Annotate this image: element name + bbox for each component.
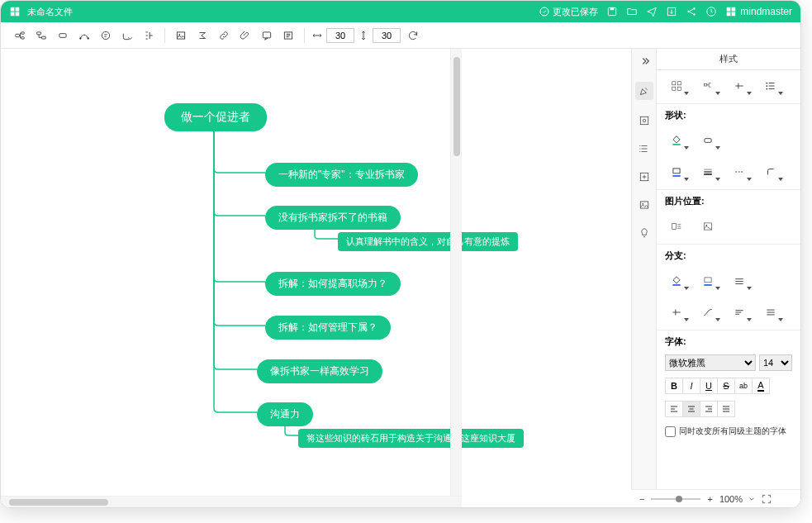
font-size-select[interactable]: 14 xyxy=(759,354,792,371)
svg-point-16 xyxy=(102,31,109,39)
connector-style-button[interactable] xyxy=(728,77,751,95)
callout-button[interactable] xyxy=(97,26,115,45)
svg-point-15 xyxy=(88,37,89,39)
zoom-out-button[interactable]: − xyxy=(639,494,644,504)
mindmap-subnode[interactable]: 将这些知识的砖石用于构造关于沟通力这座知识大厦 xyxy=(298,429,524,448)
branch-align-button[interactable] xyxy=(759,303,782,321)
mindmap-node[interactable]: 像拆书家一样高效学习 xyxy=(257,359,382,383)
mindmap-subnode[interactable]: 认真理解书中的含义，对自己有意的提炼 xyxy=(338,232,518,251)
underline-button[interactable]: U xyxy=(700,378,718,394)
chevron-down-icon[interactable] xyxy=(749,497,754,502)
image-left-button[interactable] xyxy=(665,217,688,235)
brand-icon xyxy=(725,6,737,17)
history-icon[interactable] xyxy=(705,6,717,17)
clipart-tab-icon[interactable] xyxy=(637,197,652,212)
app-logo-icon xyxy=(9,6,21,17)
relationship-button[interactable] xyxy=(75,26,93,45)
font-color-button[interactable]: A xyxy=(752,378,770,394)
floating-topic-button[interactable] xyxy=(54,26,72,45)
style-tab-icon[interactable] xyxy=(635,82,653,100)
mindmap-node[interactable]: 拆解：如何提高职场力？ xyxy=(265,272,401,296)
numbering-button[interactable] xyxy=(759,77,782,95)
share-icon[interactable] xyxy=(686,6,697,17)
folder-icon[interactable] xyxy=(626,6,638,17)
zoom-in-button[interactable]: + xyxy=(707,494,712,504)
link-button[interactable] xyxy=(215,26,233,45)
mindmap-root[interactable]: 做一个促进者 xyxy=(164,103,267,131)
refresh-button[interactable] xyxy=(404,26,422,45)
branch-color-button[interactable] xyxy=(665,272,688,290)
style-panel: 样式 形状: 图片位置: xyxy=(656,49,800,507)
summary-button[interactable] xyxy=(140,26,158,45)
sync-font-checkbox[interactable] xyxy=(665,426,676,437)
node-text: 一种新的"专家"：专业拆书家 xyxy=(278,169,405,180)
node-text: 认真理解书中的含义，对自己有意的提炼 xyxy=(346,236,510,246)
branch-style-button[interactable] xyxy=(696,272,719,290)
fullscreen-icon[interactable] xyxy=(761,493,772,505)
svg-rect-41 xyxy=(672,224,677,230)
font-section-label: 字体: xyxy=(657,332,800,351)
bold-button[interactable]: B xyxy=(665,378,683,394)
svg-rect-40 xyxy=(672,175,680,177)
branch-curve-button[interactable] xyxy=(696,303,719,321)
layout-tab-icon[interactable] xyxy=(637,113,652,128)
mindmap-node[interactable]: 拆解：如何管理下属？ xyxy=(265,316,391,340)
boundary-button[interactable] xyxy=(118,26,136,45)
attachment-button[interactable] xyxy=(236,26,254,45)
shape-type-button[interactable] xyxy=(696,131,719,150)
svg-rect-37 xyxy=(672,144,680,145)
canvas[interactable]: 做一个促进者 一种新的"专家"：专业拆书家 没有拆书家拆不了的书籍 认真理解书中… xyxy=(1,49,631,507)
layout-style-button[interactable] xyxy=(665,77,688,95)
align-justify-button[interactable] xyxy=(717,401,735,417)
align-right-button[interactable] xyxy=(700,401,718,417)
height-input[interactable] xyxy=(373,28,401,43)
branch-width-button[interactable] xyxy=(728,272,751,290)
collapse-panel-icon[interactable] xyxy=(637,54,652,69)
svg-point-24 xyxy=(639,148,640,149)
font-smaller-button[interactable]: ab xyxy=(734,378,753,394)
document-title: 未命名文件 xyxy=(27,6,539,18)
align-left-button[interactable] xyxy=(665,401,683,417)
topic-button[interactable] xyxy=(11,26,29,45)
node-text: 像拆书家一样高效学习 xyxy=(270,365,369,377)
tag-button[interactable] xyxy=(279,26,297,45)
fill-color-button[interactable] xyxy=(665,131,688,150)
image-button[interactable] xyxy=(172,26,190,45)
outline-tab-icon[interactable] xyxy=(637,141,652,156)
save-status: 更改已保存 xyxy=(539,6,598,18)
font-family-select[interactable]: 微软雅黑 xyxy=(665,354,756,371)
zoom-slider[interactable] xyxy=(651,498,700,500)
svg-rect-9 xyxy=(21,31,25,33)
branch-taper-button[interactable] xyxy=(728,303,751,321)
formula-button[interactable] xyxy=(193,26,211,45)
border-color-button[interactable] xyxy=(665,163,688,181)
strikethrough-button[interactable]: S xyxy=(717,378,735,394)
svg-rect-39 xyxy=(673,169,680,174)
send-icon[interactable] xyxy=(646,6,658,17)
node-text: 没有拆书家拆不了的书籍 xyxy=(278,212,387,223)
export-icon[interactable] xyxy=(666,6,677,17)
image-center-button[interactable] xyxy=(696,217,719,235)
svg-point-43 xyxy=(705,225,707,226)
icons-tab-icon[interactable] xyxy=(637,169,652,184)
align-center-button[interactable] xyxy=(682,401,700,417)
border-width-button[interactable] xyxy=(696,163,719,181)
horizontal-scrollbar[interactable] xyxy=(1,496,462,507)
corner-radius-button[interactable] xyxy=(759,163,782,181)
svg-rect-46 xyxy=(704,284,711,286)
ideas-tab-icon[interactable] xyxy=(637,226,652,240)
svg-rect-30 xyxy=(677,82,681,85)
subtopic-button[interactable] xyxy=(32,26,50,45)
note-button[interactable] xyxy=(258,26,276,45)
mindmap-node[interactable]: 一种新的"专家"：专业拆书家 xyxy=(265,163,418,187)
mindmap-node[interactable]: 没有拆书家拆不了的书籍 xyxy=(265,206,401,230)
border-dash-button[interactable] xyxy=(728,163,751,181)
theme-style-button[interactable] xyxy=(696,77,719,95)
mindmap-node[interactable]: 沟通力 xyxy=(257,402,313,426)
branch-connector-button[interactable] xyxy=(665,303,688,321)
width-input[interactable] xyxy=(326,28,354,43)
vertical-scrollbar[interactable] xyxy=(450,49,462,496)
save-icon[interactable] xyxy=(606,6,618,17)
italic-button[interactable]: I xyxy=(682,378,700,394)
node-text: 沟通力 xyxy=(270,408,300,420)
